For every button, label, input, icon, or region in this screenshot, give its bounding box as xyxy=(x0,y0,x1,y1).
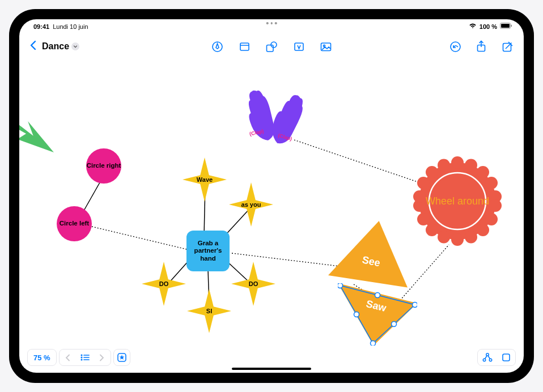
ipad-frame: 09:41 Lundi 10 juin 100 % Dan xyxy=(9,9,534,383)
green-arrow-shape[interactable] xyxy=(19,112,70,157)
zoom-level-label: 75 % xyxy=(33,353,50,362)
svg-rect-6 xyxy=(267,45,274,52)
svg-point-49 xyxy=(426,166,438,178)
svg-point-26 xyxy=(338,283,343,288)
svg-point-40 xyxy=(477,224,489,236)
clap-hands-shape[interactable]: (Clap) (Clap) xyxy=(229,83,314,148)
svg-point-50 xyxy=(438,159,450,172)
status-battery: 100 % xyxy=(480,23,497,30)
star-do-right-node[interactable]: DO xyxy=(231,262,275,306)
svg-point-43 xyxy=(438,231,450,244)
favorite-scene-button[interactable] xyxy=(113,349,130,366)
next-scene-button[interactable] xyxy=(94,350,111,365)
back-button[interactable] xyxy=(29,40,36,53)
circle-right-node[interactable]: Circle right xyxy=(86,148,121,184)
bottom-toolbar-right xyxy=(477,349,516,366)
svg-point-59 xyxy=(486,353,488,356)
svg-point-35 xyxy=(477,166,489,178)
svg-point-30 xyxy=(371,341,376,346)
svg-point-61 xyxy=(489,359,491,361)
scene-navigator xyxy=(59,349,111,366)
home-indicator[interactable] xyxy=(232,368,311,370)
star-do-left-node[interactable]: DO xyxy=(142,262,186,306)
prev-scene-button[interactable] xyxy=(60,350,77,365)
multitask-dots[interactable] xyxy=(266,22,277,24)
app-toolbar: Dance xyxy=(19,35,524,58)
see-triangle-node[interactable]: See xyxy=(328,221,408,289)
status-bar: 09:41 Lundi 10 juin 100 % xyxy=(19,19,524,32)
star-si-node[interactable]: SI xyxy=(187,289,231,333)
svg-point-28 xyxy=(413,302,418,308)
center-box-label: Grab a partner's hand xyxy=(189,240,227,262)
svg-point-31 xyxy=(354,312,359,317)
svg-point-60 xyxy=(483,359,485,361)
scenes-list-button[interactable] xyxy=(77,350,94,365)
star-asyou-label: as you xyxy=(241,201,261,208)
share-button[interactable] xyxy=(475,40,487,53)
star-asyou-node[interactable]: as you xyxy=(229,182,273,227)
bottom-toolbar-left: 75 % xyxy=(27,349,130,366)
svg-point-41 xyxy=(465,231,477,244)
svg-point-42 xyxy=(451,233,464,246)
wheel-label: Wheel around xyxy=(426,195,489,207)
svg-line-20 xyxy=(92,227,186,249)
svg-point-33 xyxy=(451,156,464,169)
star-si-label: SI xyxy=(206,308,212,315)
svg-point-54 xyxy=(81,357,82,357)
star-wave-label: Wave xyxy=(197,176,213,184)
svg-line-22 xyxy=(294,140,427,185)
svg-point-27 xyxy=(375,293,380,298)
svg-rect-62 xyxy=(503,354,510,361)
svg-point-36 xyxy=(485,177,498,189)
svg-rect-2 xyxy=(511,25,512,27)
svg-point-56 xyxy=(81,359,82,360)
circle-left-label: Circle left xyxy=(60,220,89,227)
svg-point-29 xyxy=(392,322,397,327)
circle-right-label: Circle right xyxy=(87,162,121,169)
svg-point-45 xyxy=(417,213,430,225)
graph-view-button[interactable] xyxy=(478,350,497,365)
minimap-button[interactable] xyxy=(497,350,515,365)
center-box-node[interactable]: Grab a partner's hand xyxy=(186,231,230,271)
saw-triangle-node[interactable]: Saw xyxy=(338,283,417,346)
media-tool-button[interactable] xyxy=(320,40,332,53)
svg-point-38 xyxy=(489,199,502,212)
selection-outline xyxy=(338,283,417,346)
board-title-label: Dance xyxy=(42,41,69,52)
svg-point-48 xyxy=(417,177,430,189)
chevron-down-icon xyxy=(71,42,79,50)
circle-left-node[interactable]: Circle left xyxy=(57,206,92,241)
status-date: Lundi 10 juin xyxy=(53,23,88,30)
svg-rect-1 xyxy=(501,24,510,28)
battery-icon xyxy=(500,23,512,30)
svg-point-34 xyxy=(465,159,477,172)
svg-point-47 xyxy=(413,190,426,203)
zoom-level-button[interactable]: 75 % xyxy=(27,349,57,366)
freeform-canvas[interactable]: (Clap) (Clap) Circle right Circle left G… xyxy=(19,58,524,373)
sticky-note-tool-button[interactable] xyxy=(238,40,251,53)
text-tool-button[interactable] xyxy=(292,40,305,53)
pen-tool-button[interactable] xyxy=(211,40,223,53)
screen: 09:41 Lundi 10 juin 100 % Dan xyxy=(19,19,524,373)
wheel-around-node[interactable]: Wheel around xyxy=(412,156,503,246)
compose-button[interactable] xyxy=(501,40,514,53)
svg-point-44 xyxy=(426,224,438,236)
wifi-icon xyxy=(469,23,477,30)
board-title-dropdown[interactable]: Dance xyxy=(42,41,79,52)
svg-rect-4 xyxy=(240,43,249,50)
shape-tool-button[interactable] xyxy=(265,40,278,53)
undo-button[interactable] xyxy=(449,40,461,53)
star-do-right-label: DO xyxy=(249,280,258,288)
status-time: 09:41 xyxy=(33,23,49,30)
star-do-left-label: DO xyxy=(159,280,169,288)
svg-point-11 xyxy=(451,42,460,52)
svg-point-39 xyxy=(485,213,498,225)
svg-point-52 xyxy=(81,355,82,355)
star-wave-node[interactable]: Wave xyxy=(183,157,227,202)
